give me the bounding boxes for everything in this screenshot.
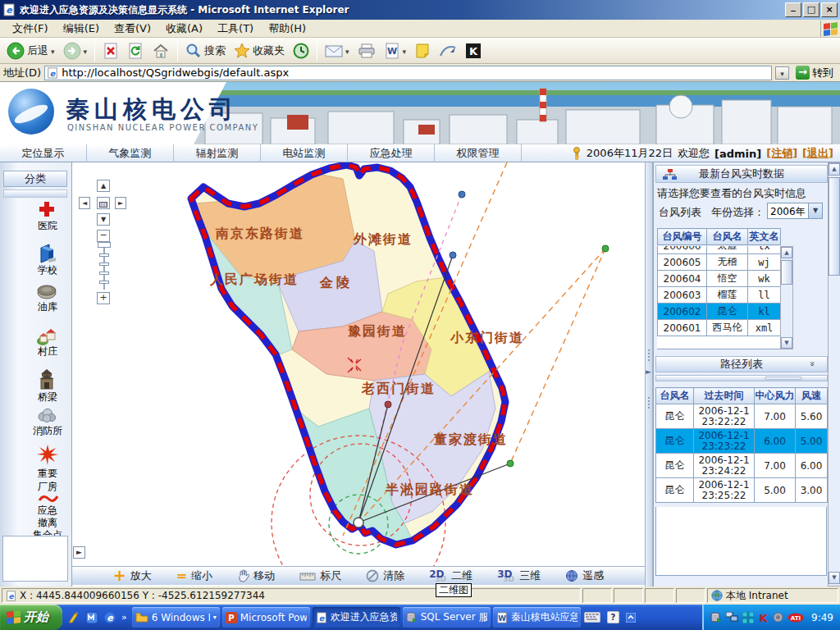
sidebar-item-oil-depot[interactable]: 油库 (23, 301, 72, 313)
maximize-button[interactable] (803, 2, 819, 17)
task-word-doc[interactable]: W 秦山核电站应急... (493, 607, 581, 628)
zoom-out-small-button[interactable]: − (97, 230, 110, 242)
tray-spiral-icon[interactable] (773, 612, 783, 623)
path-row[interactable]: 昆仑 2006-12-123:24:22 7.006.00 (656, 454, 828, 478)
scroll-up-icon[interactable]: ▲ (781, 247, 792, 258)
back-dropdown-icon[interactable] (51, 44, 55, 57)
sidebar-item-village[interactable]: 村庄 (23, 345, 72, 357)
start-button[interactable]: 开始 (0, 605, 62, 630)
typhoon-row-selected[interactable]: 200602昆仑kl (658, 304, 781, 320)
task-emergency-system-active[interactable]: e 欢迎进入应急资... (313, 607, 400, 628)
scroll-up-icon[interactable]: ▲ (829, 163, 840, 176)
pan-tool[interactable]: 移动 (237, 568, 275, 583)
scroll-down-icon[interactable]: ▼ (781, 337, 792, 349)
typhoon-row[interactable]: 200604悟空wk (658, 271, 781, 287)
sidebar-item-key-plant-line1[interactable]: 重要 (23, 468, 72, 479)
sidebar-item-hospital[interactable]: 医院 (23, 220, 72, 231)
path-row[interactable]: 昆仑 2006-12-123:22:22 7.005.60 (656, 404, 828, 429)
typhoon-row[interactable]: 200606太虚tx (658, 246, 781, 254)
col-path-centerwind[interactable]: 中心风力 (755, 388, 796, 404)
panel-scrollbar[interactable]: ▲ ▼ (828, 162, 840, 587)
zoom-out-tool[interactable]: 缩小 (176, 568, 212, 583)
typhoon-row[interactable]: 200603榴莲ll (658, 287, 781, 304)
address-input[interactable]: e http://localhost/QSgridwebgis/default.… (44, 66, 772, 80)
address-dropdown-button[interactable] (775, 66, 789, 80)
quicklaunch-msn-icon[interactable] (85, 611, 98, 624)
close-button[interactable] (821, 2, 838, 17)
scroll-thumb[interactable] (829, 177, 840, 276)
favorites-button[interactable]: 收藏夹 (231, 41, 288, 61)
notes-button[interactable] (411, 41, 434, 61)
sidebar-item-key-plant-line2[interactable]: 厂房 (23, 481, 72, 492)
tray-kaspersky-icon[interactable]: K (758, 612, 769, 623)
logout-link[interactable]: [注销] (766, 146, 797, 161)
tab-permission-manage[interactable]: 权限管理 (435, 144, 522, 162)
view-3d-tool[interactable]: 3D3D三维 (497, 568, 541, 583)
home-button[interactable] (148, 41, 173, 61)
forward-button[interactable] (60, 40, 91, 62)
zoom-in-tool[interactable]: 放大 (113, 568, 152, 583)
menu-edit[interactable]: 编辑(E) (56, 20, 107, 38)
pan-center-button[interactable] (97, 197, 110, 209)
task-windows-explorer[interactable]: 6 Windows Expl...▾ (132, 607, 220, 628)
expand-left-panel-button[interactable]: ► (73, 546, 85, 559)
sidebar-item-assembly-line2[interactable]: 撤离 (23, 517, 72, 528)
zoom-in-small-button[interactable]: + (97, 292, 110, 304)
col-path-speed[interactable]: 风速 (796, 388, 828, 404)
zoom-slider-handle[interactable] (98, 242, 111, 248)
go-button[interactable]: 转到 (792, 66, 837, 80)
help-tray-icon[interactable]: ? (607, 611, 619, 623)
menu-tools[interactable]: 工具(T) (210, 20, 261, 38)
collapse-panel-icon[interactable]: ► (646, 368, 651, 376)
tab-radiation-monitor[interactable]: 辐射监测 (174, 144, 261, 162)
col-path-time[interactable]: 过去时间 (694, 388, 755, 404)
search-button[interactable]: 搜索 (182, 41, 229, 61)
sidebar-item-assembly-line1[interactable]: 应急 (23, 504, 72, 516)
edit-with-word-button[interactable]: W (381, 41, 410, 61)
col-path-name[interactable]: 台风名 (656, 388, 694, 404)
menu-help[interactable]: 帮助(H) (261, 20, 313, 38)
back-button[interactable]: 后退 (3, 40, 58, 62)
path-row-selected[interactable]: 昆仑 2006-12-123:23:22 6.005.00 (656, 429, 828, 454)
quicklaunch-ie-icon[interactable]: e (103, 611, 116, 624)
history-button[interactable] (290, 41, 313, 61)
print-button[interactable] (354, 41, 379, 61)
exit-link[interactable]: [退出] (802, 146, 833, 161)
tab-location-display[interactable]: 定位显示 (0, 144, 87, 162)
forward-dropdown-icon[interactable] (84, 44, 88, 57)
map-panel-splitter[interactable]: ► (645, 162, 653, 587)
task-powerpoint[interactable]: P Microsoft PowerP... (222, 607, 310, 628)
map-canvas[interactable]: 南京东路街道 外滩街道 人民广场街道 金陵 豫园街道 小东门街道 老西门街道 董… (72, 162, 645, 566)
tab-station-monitor[interactable]: 电站监测 (261, 144, 348, 162)
mail-dropdown-icon[interactable] (345, 44, 349, 57)
view-2d-tool[interactable]: 3D2D二维 (429, 568, 472, 583)
splitter-grip[interactable] (765, 377, 802, 380)
year-select-dropdown-icon[interactable]: ▼ (808, 203, 822, 218)
edit-dropdown-icon[interactable] (403, 44, 407, 57)
keyboard-icon[interactable] (584, 612, 600, 623)
menu-favorites[interactable]: 收藏(A) (158, 20, 210, 38)
year-select[interactable]: 2006年 ▼ (767, 203, 823, 219)
refresh-button[interactable] (124, 41, 147, 61)
panel-splitter[interactable] (655, 375, 828, 381)
menu-view[interactable]: 查看(V) (107, 20, 158, 38)
path-list-header[interactable]: 路径列表 » (655, 356, 828, 372)
ruler-tool[interactable]: 标尺 (299, 568, 341, 583)
sidebar-item-bridge[interactable]: 桥梁 (23, 391, 72, 403)
tray-network-icon[interactable] (726, 612, 738, 623)
sidebar-collapsed-bar[interactable] (3, 189, 67, 198)
tab-weather-monitor[interactable]: 气象监测 (87, 144, 174, 162)
collapse-chevron-icon[interactable]: » (807, 361, 818, 367)
menu-file[interactable]: 文件(F) (5, 20, 56, 38)
scroll-down-icon[interactable]: ▼ (829, 572, 840, 584)
remote-sensing-tool[interactable]: 遥感 (565, 568, 604, 583)
col-typhoon-id[interactable]: 台风编号 (658, 229, 707, 245)
col-typhoon-name[interactable]: 台风名 (707, 229, 748, 245)
typhoon-table-scrollbar[interactable]: ▲ ▼ (780, 246, 793, 349)
pan-down-button[interactable]: ▼ (97, 213, 110, 226)
sidebar-header[interactable]: 分类 (3, 171, 67, 187)
messenger-button[interactable] (436, 41, 460, 61)
ksoft-button[interactable]: K (462, 41, 485, 61)
clear-tool[interactable]: 清除 (366, 568, 404, 583)
quicklaunch-brush-icon[interactable] (67, 611, 80, 624)
